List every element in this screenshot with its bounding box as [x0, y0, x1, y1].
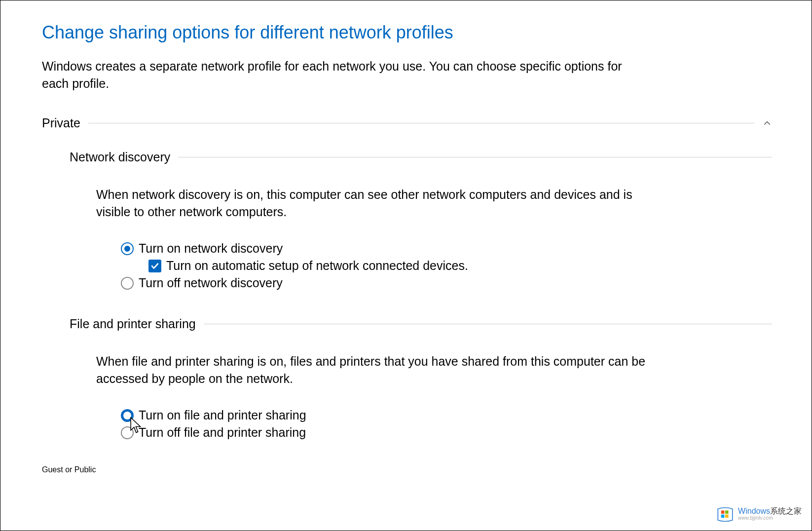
svg-rect-3 [725, 515, 729, 518]
radio-label: Turn off network discovery [139, 276, 283, 290]
section-header-network-discovery: Network discovery [70, 150, 772, 164]
section-title-file-printer-sharing: File and printer sharing [70, 317, 196, 331]
radio-icon [121, 277, 134, 290]
page-description: Windows creates a separate network profi… [42, 58, 644, 92]
radio-icon [121, 409, 134, 422]
network-discovery-radio-group: Turn on network discovery Turn on automa… [121, 241, 772, 290]
radio-file-sharing-off[interactable]: Turn off file and printer sharing [121, 425, 772, 440]
radio-icon [121, 426, 134, 439]
divider [204, 324, 772, 324]
network-discovery-description: When network discovery is on, this compu… [96, 186, 649, 221]
profile-header-private[interactable]: Private [42, 116, 772, 130]
radio-label: Turn off file and printer sharing [139, 425, 306, 440]
page-title: Change sharing options for different net… [42, 22, 772, 43]
radio-label: Turn on network discovery [139, 241, 283, 256]
divider [178, 157, 772, 157]
svg-rect-2 [721, 515, 725, 518]
radio-network-discovery-off[interactable]: Turn off network discovery [121, 276, 772, 290]
profile-label-guest-public: Guest or Public [42, 465, 96, 474]
file-printer-sharing-description: When file and printer sharing is on, fil… [96, 353, 649, 387]
watermark: Windows系统之家 www.bjjmlv.com [716, 505, 802, 523]
checkbox-icon [148, 260, 161, 272]
profile-header-guest-public[interactable]: Guest or Public [42, 465, 772, 474]
chevron-up-icon [762, 118, 772, 128]
radio-file-sharing-on[interactable]: Turn on file and printer sharing [121, 408, 772, 422]
file-printer-sharing-radio-group: Turn on file and printer sharing Turn of… [121, 408, 772, 440]
profile-label-private: Private [42, 116, 80, 130]
svg-rect-0 [721, 510, 725, 514]
section-title-network-discovery: Network discovery [70, 150, 170, 164]
radio-network-discovery-on[interactable]: Turn on network discovery [121, 241, 772, 256]
radio-icon [121, 242, 134, 255]
section-header-file-printer-sharing: File and printer sharing [70, 317, 772, 331]
windows-logo-icon [716, 505, 734, 523]
radio-label: Turn on file and printer sharing [139, 408, 306, 422]
watermark-text: Windows系统之家 www.bjjmlv.com [738, 507, 802, 521]
checkbox-label: Turn on automatic setup of network conne… [166, 259, 468, 273]
svg-rect-1 [725, 510, 729, 514]
divider [88, 123, 754, 123]
checkbox-auto-setup[interactable]: Turn on automatic setup of network conne… [148, 259, 772, 273]
